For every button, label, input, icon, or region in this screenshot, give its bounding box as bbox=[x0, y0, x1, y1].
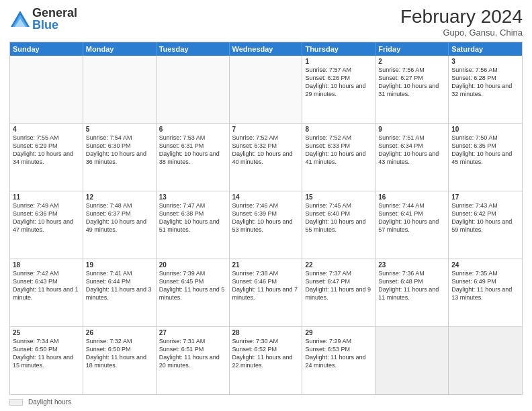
day-number: 14 bbox=[232, 193, 300, 201]
day-number: 26 bbox=[86, 329, 153, 336]
day-number: 3 bbox=[451, 58, 519, 65]
cal-cell: 9Sunrise: 7:51 AM Sunset: 6:34 PM Daylig… bbox=[375, 124, 449, 191]
cal-cell: 1Sunrise: 7:57 AM Sunset: 6:26 PM Daylig… bbox=[302, 56, 375, 123]
cal-header-wednesday: Wednesday bbox=[230, 42, 303, 56]
day-number: 16 bbox=[378, 193, 445, 201]
day-number: 7 bbox=[232, 126, 300, 133]
day-text: Sunrise: 7:57 AM Sunset: 6:26 PM Dayligh… bbox=[305, 66, 372, 99]
legend-label: Daylight hours bbox=[28, 398, 71, 406]
cal-week-1: 4Sunrise: 7:55 AM Sunset: 6:29 PM Daylig… bbox=[10, 123, 522, 191]
day-text: Sunrise: 7:49 AM Sunset: 6:36 PM Dayligh… bbox=[13, 201, 80, 234]
cal-cell: 8Sunrise: 7:52 AM Sunset: 6:33 PM Daylig… bbox=[302, 124, 375, 191]
cal-cell: 27Sunrise: 7:31 AM Sunset: 6:51 PM Dayli… bbox=[157, 327, 230, 394]
cal-cell: 22Sunrise: 7:37 AM Sunset: 6:47 PM Dayli… bbox=[302, 259, 375, 326]
day-text: Sunrise: 7:36 AM Sunset: 6:48 PM Dayligh… bbox=[378, 269, 445, 302]
cal-cell: 28Sunrise: 7:30 AM Sunset: 6:52 PM Dayli… bbox=[230, 327, 303, 394]
legend-swatch bbox=[9, 399, 23, 406]
cal-header-sunday: Sunday bbox=[10, 42, 83, 56]
cal-cell bbox=[375, 327, 449, 394]
logo: General Blue bbox=[9, 7, 77, 31]
day-text: Sunrise: 7:53 AM Sunset: 6:31 PM Dayligh… bbox=[159, 134, 226, 167]
cal-cell: 29Sunrise: 7:29 AM Sunset: 6:53 PM Dayli… bbox=[302, 327, 375, 394]
cal-week-4: 25Sunrise: 7:34 AM Sunset: 6:50 PM Dayli… bbox=[10, 326, 522, 394]
day-text: Sunrise: 7:55 AM Sunset: 6:29 PM Dayligh… bbox=[13, 134, 80, 167]
day-number: 4 bbox=[13, 126, 80, 133]
cal-cell: 2Sunrise: 7:56 AM Sunset: 6:27 PM Daylig… bbox=[375, 56, 449, 123]
cal-cell: 26Sunrise: 7:32 AM Sunset: 6:50 PM Dayli… bbox=[83, 327, 157, 394]
cal-cell bbox=[83, 56, 157, 123]
cal-header-friday: Friday bbox=[375, 42, 449, 56]
cal-cell: 14Sunrise: 7:46 AM Sunset: 6:39 PM Dayli… bbox=[230, 191, 303, 259]
day-text: Sunrise: 7:48 AM Sunset: 6:37 PM Dayligh… bbox=[86, 201, 153, 234]
day-text: Sunrise: 7:31 AM Sunset: 6:51 PM Dayligh… bbox=[159, 337, 226, 370]
cal-cell: 3Sunrise: 7:56 AM Sunset: 6:28 PM Daylig… bbox=[449, 56, 522, 123]
day-text: Sunrise: 7:41 AM Sunset: 6:44 PM Dayligh… bbox=[86, 269, 153, 302]
logo-icon bbox=[9, 9, 31, 28]
day-number: 29 bbox=[305, 329, 372, 336]
day-text: Sunrise: 7:29 AM Sunset: 6:53 PM Dayligh… bbox=[305, 337, 372, 370]
cal-cell: 21Sunrise: 7:38 AM Sunset: 6:46 PM Dayli… bbox=[230, 259, 303, 326]
cal-cell: 18Sunrise: 7:42 AM Sunset: 6:43 PM Dayli… bbox=[10, 259, 83, 326]
header: General Blue February 2024 Gupo, Gansu, … bbox=[9, 7, 523, 38]
cal-cell: 12Sunrise: 7:48 AM Sunset: 6:37 PM Dayli… bbox=[83, 191, 157, 259]
day-number: 17 bbox=[451, 193, 519, 201]
day-number: 27 bbox=[159, 329, 226, 336]
day-text: Sunrise: 7:30 AM Sunset: 6:52 PM Dayligh… bbox=[232, 337, 300, 370]
day-text: Sunrise: 7:39 AM Sunset: 6:45 PM Dayligh… bbox=[159, 269, 226, 302]
cal-cell bbox=[10, 56, 83, 123]
day-number: 21 bbox=[232, 261, 300, 269]
day-text: Sunrise: 7:46 AM Sunset: 6:39 PM Dayligh… bbox=[232, 201, 300, 234]
cal-cell: 25Sunrise: 7:34 AM Sunset: 6:50 PM Dayli… bbox=[10, 327, 83, 394]
day-number: 12 bbox=[86, 193, 153, 201]
legend: Daylight hours bbox=[9, 398, 523, 406]
main-title: February 2024 bbox=[400, 7, 523, 28]
cal-cell: 17Sunrise: 7:43 AM Sunset: 6:42 PM Dayli… bbox=[449, 191, 522, 259]
day-number: 2 bbox=[378, 58, 445, 65]
cal-cell: 4Sunrise: 7:55 AM Sunset: 6:29 PM Daylig… bbox=[10, 124, 83, 191]
day-text: Sunrise: 7:42 AM Sunset: 6:43 PM Dayligh… bbox=[13, 269, 80, 302]
logo-general-text: General bbox=[32, 7, 77, 19]
logo-blue-text: Blue bbox=[32, 19, 77, 31]
day-number: 19 bbox=[86, 261, 153, 269]
day-text: Sunrise: 7:38 AM Sunset: 6:46 PM Dayligh… bbox=[232, 269, 300, 302]
day-text: Sunrise: 7:37 AM Sunset: 6:47 PM Dayligh… bbox=[305, 269, 372, 302]
day-number: 25 bbox=[13, 329, 80, 336]
day-text: Sunrise: 7:32 AM Sunset: 6:50 PM Dayligh… bbox=[86, 337, 153, 370]
day-number: 6 bbox=[159, 126, 226, 133]
day-text: Sunrise: 7:51 AM Sunset: 6:34 PM Dayligh… bbox=[378, 134, 445, 167]
calendar-body: 1Sunrise: 7:57 AM Sunset: 6:26 PM Daylig… bbox=[10, 56, 522, 394]
calendar-header: SundayMondayTuesdayWednesdayThursdayFrid… bbox=[10, 42, 522, 56]
cal-header-tuesday: Tuesday bbox=[157, 42, 230, 56]
page: General Blue February 2024 Gupo, Gansu, … bbox=[0, 0, 532, 411]
day-number: 23 bbox=[378, 261, 445, 269]
day-number: 18 bbox=[13, 261, 80, 269]
day-text: Sunrise: 7:45 AM Sunset: 6:40 PM Dayligh… bbox=[305, 201, 372, 234]
day-number: 9 bbox=[378, 126, 445, 133]
day-text: Sunrise: 7:52 AM Sunset: 6:32 PM Dayligh… bbox=[232, 134, 300, 167]
day-text: Sunrise: 7:56 AM Sunset: 6:28 PM Dayligh… bbox=[451, 66, 519, 99]
day-number: 10 bbox=[451, 126, 519, 133]
cal-cell: 15Sunrise: 7:45 AM Sunset: 6:40 PM Dayli… bbox=[302, 191, 375, 259]
cal-cell: 20Sunrise: 7:39 AM Sunset: 6:45 PM Dayli… bbox=[157, 259, 230, 326]
cal-cell: 16Sunrise: 7:44 AM Sunset: 6:41 PM Dayli… bbox=[375, 191, 449, 259]
day-text: Sunrise: 7:44 AM Sunset: 6:41 PM Dayligh… bbox=[378, 201, 445, 234]
cal-week-2: 11Sunrise: 7:49 AM Sunset: 6:36 PM Dayli… bbox=[10, 191, 522, 259]
day-text: Sunrise: 7:35 AM Sunset: 6:49 PM Dayligh… bbox=[451, 269, 519, 302]
cal-header-thursday: Thursday bbox=[302, 42, 375, 56]
day-text: Sunrise: 7:47 AM Sunset: 6:38 PM Dayligh… bbox=[159, 201, 226, 234]
cal-cell: 7Sunrise: 7:52 AM Sunset: 6:32 PM Daylig… bbox=[230, 124, 303, 191]
cal-week-0: 1Sunrise: 7:57 AM Sunset: 6:26 PM Daylig… bbox=[10, 56, 522, 123]
title-block: February 2024 Gupo, Gansu, China bbox=[400, 7, 523, 38]
cal-header-saturday: Saturday bbox=[449, 42, 522, 56]
cal-cell: 10Sunrise: 7:50 AM Sunset: 6:35 PM Dayli… bbox=[449, 124, 522, 191]
day-text: Sunrise: 7:43 AM Sunset: 6:42 PM Dayligh… bbox=[451, 201, 519, 234]
day-text: Sunrise: 7:34 AM Sunset: 6:50 PM Dayligh… bbox=[13, 337, 80, 370]
day-number: 8 bbox=[305, 126, 372, 133]
day-number: 1 bbox=[305, 58, 372, 65]
day-number: 5 bbox=[86, 126, 153, 133]
day-text: Sunrise: 7:50 AM Sunset: 6:35 PM Dayligh… bbox=[451, 134, 519, 167]
cal-cell bbox=[157, 56, 230, 123]
day-number: 24 bbox=[451, 261, 519, 269]
day-number: 13 bbox=[159, 193, 226, 201]
day-number: 20 bbox=[159, 261, 226, 269]
